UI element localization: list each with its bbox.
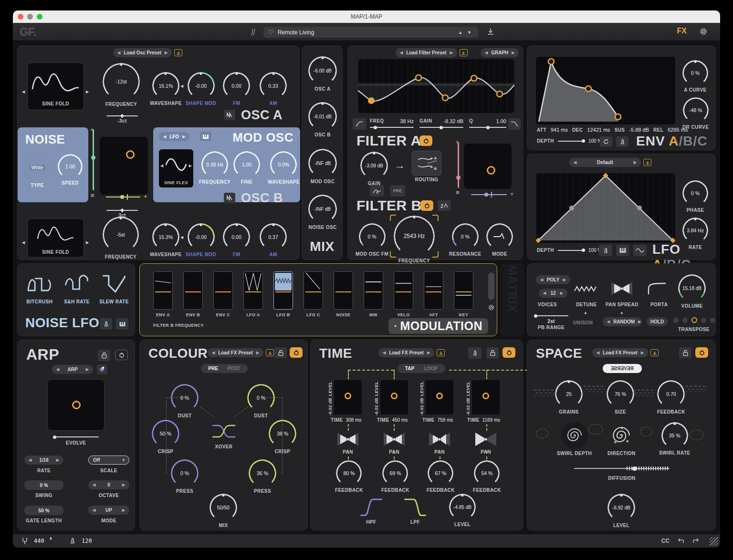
- tap1-feedback-knob[interactable]: 80 % FEEDBACK: [335, 460, 363, 493]
- prev-icon[interactable]: ◀: [117, 51, 120, 55]
- space-swirl-rate-knob[interactable]: 35 % SWIRL RATE: [659, 422, 690, 456]
- mod-wave-next-icon[interactable]: ▶: [189, 164, 192, 168]
- mod-wave-prev-icon[interactable]: ◀: [160, 164, 163, 168]
- osc-b-shapemod-knob[interactable]: -0.00 SHAPE MOD: [186, 223, 216, 257]
- mod-slot-velo[interactable]: VELO: [394, 271, 413, 317]
- matrix-tab[interactable]: MATRIX: [500, 263, 524, 336]
- pad-menu-icon[interactable]: ≡: [91, 192, 94, 199]
- time-hpf-control[interactable]: HPF: [358, 497, 384, 525]
- colour-preset-save-icon[interactable]: [266, 349, 274, 356]
- close-button[interactable]: [18, 14, 23, 20]
- colour-dust-right-knob[interactable]: 0 % DUST: [247, 384, 275, 418]
- space-grains-knob[interactable]: 25 GRAINS: [555, 380, 583, 415]
- lowpass-icon[interactable]: [508, 118, 521, 130]
- preset-next-icon[interactable]: ▼: [467, 30, 471, 35]
- tap1-time[interactable]: TIME308 ms: [331, 417, 361, 423]
- pre-option[interactable]: PRE: [208, 366, 218, 371]
- modulation-scrollbar[interactable]: [488, 272, 494, 300]
- wave-b-next-icon[interactable]: ▶: [86, 240, 89, 245]
- arp-sparkle-icon[interactable]: [97, 364, 107, 374]
- favorite-heart-icon[interactable]: ♡: [268, 29, 274, 36]
- master-volume-knob[interactable]: 15.18 dB VOLUME: [678, 274, 706, 309]
- mod-slot-lfo-a[interactable]: LFO A: [243, 271, 263, 317]
- time-tap-loop-toggle[interactable]: TAP LOOP: [398, 364, 445, 373]
- pan-spread-control[interactable]: [608, 280, 635, 297]
- mix-noise-osc-knob[interactable]: -INF dB NOISE OSC: [308, 195, 337, 230]
- random-collapse-icon[interactable]: ▲: [620, 311, 624, 315]
- mod-slot-noise[interactable]: NOISE: [334, 271, 353, 317]
- colour-press-left-knob[interactable]: 0 % PRESS: [171, 459, 199, 494]
- tap4-pad[interactable]: [472, 380, 500, 415]
- mod-slot-lfo-b[interactable]: LFO B: [273, 271, 293, 317]
- filter-b-mode-knob[interactable]: MODE: [486, 223, 513, 257]
- collapse-icon[interactable]: ▾: [394, 324, 396, 328]
- space-reverse-button[interactable]: REVERSE: [603, 364, 642, 373]
- preset-browser[interactable]: ♡ Remote Living ▲ ▼: [263, 27, 478, 38]
- arp-power-button[interactable]: [115, 350, 128, 360]
- filter-a-shape-icon[interactable]: A: [370, 185, 384, 197]
- mod-slot-env-c[interactable]: ENV C: [213, 271, 233, 317]
- save-preset-icon[interactable]: [487, 28, 494, 35]
- colour-xover-control[interactable]: XOVER: [210, 420, 237, 449]
- time-lock-icon[interactable]: [486, 347, 499, 359]
- space-preset-header[interactable]: ◀Load FX Preset▶: [592, 348, 659, 357]
- lfo-wave-icon[interactable]: [633, 245, 647, 256]
- modulation-gear-icon[interactable]: [488, 304, 495, 311]
- arp-xy-pad[interactable]: [47, 379, 105, 431]
- osc-a-am-knob[interactable]: 0.33 AM: [260, 72, 287, 106]
- undo-icon[interactable]: [678, 537, 686, 545]
- sh-rate-control[interactable]: S&H RATE: [60, 271, 94, 304]
- noise-mod-vslider[interactable]: [93, 129, 94, 190]
- mod-slot-aft[interactable]: AFT: [424, 271, 443, 317]
- eq-gain-slider[interactable]: GAIN-8.32 dB: [419, 118, 463, 128]
- arp-swing-field[interactable]: 0 %: [24, 480, 63, 490]
- colour-press-right-knob[interactable]: 36 % PRESS: [249, 459, 276, 494]
- time-power-button[interactable]: [503, 347, 515, 358]
- osc-preset-header[interactable]: ◀Load Osc Preset▶: [113, 48, 182, 57]
- osc-a-shapemod-knob[interactable]: -0.00 SHAPE MOD: [186, 72, 216, 106]
- time-preset-header[interactable]: ◀Load FX Preset▶: [378, 348, 445, 357]
- lfo-preset-header[interactable]: ◀Default▶: [569, 158, 651, 167]
- eq-freq-slider[interactable]: FREQ38 Hz: [370, 118, 414, 128]
- filter-pad-hslider[interactable]: [471, 194, 507, 195]
- tap3-level[interactable]: -6.02 dBLEVEL: [419, 381, 424, 415]
- ab-compare-icon[interactable]: ||: [251, 27, 256, 35]
- tuning-stepper-icons[interactable]: ▲▼: [49, 537, 52, 540]
- porta-control[interactable]: [647, 280, 668, 297]
- mix-osc-b-knob[interactable]: -6.01 dB OSC B: [308, 102, 337, 137]
- osc-a-frequency-knob[interactable]: -12st FREQUENCY: [103, 63, 140, 107]
- space-feedback-knob[interactable]: 0.70 FEEDBACK: [657, 380, 685, 415]
- post-option[interactable]: POST: [227, 366, 240, 371]
- tap3-time[interactable]: TIME759 ms: [422, 417, 453, 423]
- mod-slot-mw[interactable]: MW: [364, 271, 383, 317]
- env-readouts[interactable]: ATT941 ms DEC12421 ms SUS-5.88 dB REL626…: [537, 127, 688, 133]
- wave-b-prev-icon[interactable]: ◀: [22, 240, 25, 245]
- tap1-pad[interactable]: [334, 380, 362, 415]
- hold-button[interactable]: HOLD: [647, 317, 668, 326]
- midi-cc-button[interactable]: CC: [661, 538, 670, 544]
- lfo-graph[interactable]: [536, 173, 675, 243]
- fx-page-button[interactable]: FX: [677, 27, 687, 35]
- time-level-knob[interactable]: -4.85 dB LEVEL: [449, 494, 476, 527]
- osc-b-wave-display[interactable]: SINE FOLD: [27, 218, 84, 258]
- time-preset-save-icon[interactable]: [437, 349, 445, 356]
- resize-grip[interactable]: [710, 537, 718, 546]
- space-diffusion-slider[interactable]: DIFFUSION: [574, 468, 670, 481]
- noise-speed-knob[interactable]: 1.00 SPEED: [58, 154, 83, 186]
- filter-b-modfm-knob[interactable]: 0 % MOD OSC FM: [356, 223, 388, 257]
- tap1-level[interactable]: -6.02 dBLEVEL: [328, 381, 333, 415]
- filter-pad-vslider[interactable]: [458, 142, 459, 188]
- arp-evolve-slider[interactable]: EVOLVE: [53, 436, 99, 446]
- env-tabs-bc[interactable]: /B/C: [679, 134, 708, 148]
- filter-b-power-button[interactable]: [420, 200, 433, 211]
- filter-vslider-handle[interactable]: [456, 176, 461, 180]
- modulation-title-bar[interactable]: ▾ MODULATION: [388, 318, 488, 334]
- osc-a-wave-display[interactable]: SINE FOLD: [27, 62, 84, 110]
- mod-osc-waveshape-knob[interactable]: 0.0% WAVESHAPE: [268, 151, 300, 185]
- mod-slot-key[interactable]: KEY: [454, 271, 473, 317]
- filter-a-gain-knob[interactable]: -3.09 dB GAIN: [360, 152, 388, 186]
- env-tab-a[interactable]: A: [669, 134, 679, 148]
- space-swirl-depth-control[interactable]: SWIRL DEPTH: [557, 422, 592, 456]
- osc-a-fine-slider[interactable]: -3ct: [106, 115, 138, 124]
- preset-prev-icon[interactable]: ▲: [458, 30, 462, 35]
